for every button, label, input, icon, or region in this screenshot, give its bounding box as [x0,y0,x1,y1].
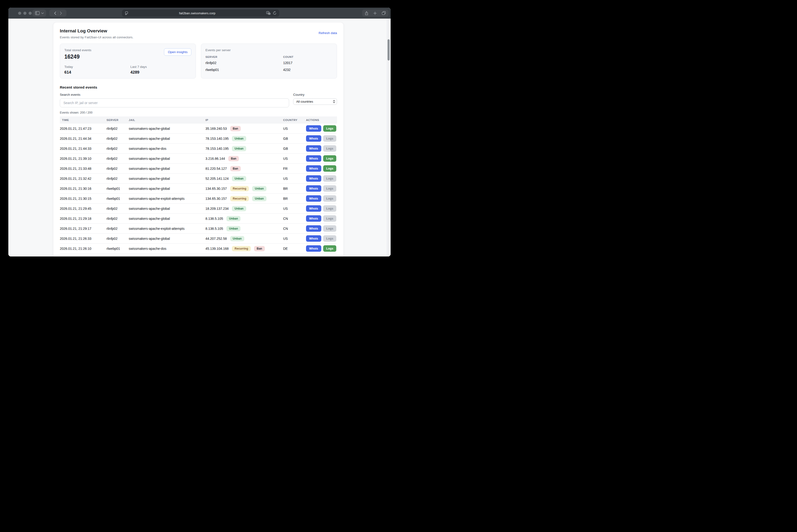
event-ip-cell: 35.169.240.53Ban [205,124,283,134]
page-header: Internal Log Overview Events stored by F… [60,28,337,39]
table-row: 2026.01.21, 21:39:10rlinfp02swissmakers-… [60,154,337,164]
logs-button[interactable]: Logs [323,185,337,192]
ip-address: 3.216.86.144 [205,157,225,160]
event-jail: swissmakers-apache-global [129,204,205,214]
table-row: 2026.01.21, 21:29:45rlinfp02swissmakers-… [60,204,337,214]
whois-button[interactable]: Whois [306,145,321,152]
whois-button[interactable]: Whois [306,225,321,232]
logs-button[interactable]: Logs [323,205,337,212]
status-badge: Unban [252,186,266,191]
zoom-window-button[interactable] [29,12,32,15]
logs-button[interactable]: Logs [323,155,337,162]
minimize-window-button[interactable] [23,12,26,15]
whois-button[interactable]: Whois [306,135,321,142]
page-format-icon[interactable] [125,12,128,15]
logs-button[interactable]: Logs [323,225,337,232]
new-tab-icon[interactable] [373,12,377,15]
logs-button[interactable]: Logs [323,215,337,222]
whois-button[interactable]: Whois [306,245,321,252]
ip-address: 44.207.252.58 [205,237,227,241]
scrollbar-track[interactable] [386,19,391,256]
event-actions: WhoisLogs [306,154,337,164]
event-time: 2026.01.21, 21:47:23 [60,124,107,134]
status-badge: Ban [254,246,265,251]
whois-button[interactable]: Whois [306,235,321,242]
event-time: 2026.01.21, 21:29:45 [60,204,107,214]
close-window-button[interactable] [18,12,21,15]
whois-button[interactable]: Whois [306,185,321,192]
logs-button[interactable]: Logs [323,195,337,202]
event-actions: WhoisLogs [306,204,337,214]
refresh-data-link[interactable]: Refresh data [319,31,337,35]
logs-button[interactable]: Logs [323,245,337,252]
event-server: rlwebp01 [107,184,129,194]
events-table-body: 2026.01.21, 21:47:23rlinfp02swissmakers-… [60,124,337,254]
sidebar-toggle-icon[interactable] [35,11,40,15]
event-actions: WhoisLogs [306,174,337,184]
col-ip: IP [205,116,283,124]
event-actions: WhoisLogs [306,184,337,194]
status-badge: Recurring [232,246,251,251]
whois-button[interactable]: Whois [306,175,321,182]
status-badge: Unban [230,236,244,241]
status-badge: Unban [227,226,240,231]
ip-address: 45.139.104.168 [205,247,229,250]
whois-button[interactable]: Whois [306,215,321,222]
filter-row: Search events Country All countries [60,93,337,108]
share-icon[interactable] [365,11,368,15]
ip-address: 8.138.5.105 [205,227,223,230]
search-input[interactable] [60,98,289,108]
event-ip-cell: 8.138.5.105Unban [205,224,283,234]
ip-cell: 134.65.30.157RecurringUnban [205,186,283,191]
server-name: rlwebp01 [205,68,283,75]
logs-button[interactable]: Logs [323,235,337,242]
event-country: BR [283,194,306,204]
country-select[interactable]: All countries [293,98,337,105]
events-section-heading: Recent stored events [60,85,337,90]
logs-button[interactable]: Logs [323,175,337,182]
event-jail: swissmakers-apache-global [129,124,205,134]
today-value: 614 [65,70,130,75]
whois-button[interactable]: Whois [306,155,321,162]
tab-overview-icon[interactable] [382,11,386,15]
today-label: Today [65,65,130,69]
event-server: rlinfp02 [107,204,129,214]
per-server-col-server: SERVER [205,56,283,61]
event-jail: swissmakers-apache-global [129,174,205,184]
translate-icon[interactable]: A あ [266,11,271,15]
scrollbar-thumb[interactable] [387,39,390,60]
event-ip-cell: 78.153.140.195Unban [205,144,283,154]
browser-window: fail2ban.swissmakers.corp A あ [8,7,391,256]
event-server: rlinfp02 [107,224,129,234]
nav-controls [49,10,67,17]
table-row: 2026.01.21, 21:32:42rlinfp02swissmakers-… [60,174,337,184]
per-server-table: SERVER COUNT rlinfp0212017rlwebp014232 [205,56,332,75]
whois-button[interactable]: Whois [306,205,321,212]
reload-icon[interactable] [273,11,276,15]
logs-button[interactable]: Logs [323,135,337,142]
whois-button[interactable]: Whois [306,165,321,172]
ip-address: 18.209.137.234 [205,207,229,210]
open-insights-button[interactable]: Open insights [164,48,192,56]
svg-text:あ: あ [268,13,270,15]
ip-cell: 78.153.140.195Unban [205,146,283,151]
logs-button[interactable]: Logs [323,145,337,152]
event-server: rlinfp02 [107,174,129,184]
event-country: US [283,124,306,134]
chevron-down-icon[interactable] [41,12,44,14]
logs-button[interactable]: Logs [323,165,337,172]
country-select-value: All countries [296,100,313,103]
whois-button[interactable]: Whois [306,195,321,202]
ip-cell: 44.207.252.58Unban [205,236,283,241]
back-button[interactable] [54,12,56,15]
ip-address: 134.65.30.157 [205,187,227,191]
event-ip-cell: 81.220.54.127Ban [205,164,283,174]
forward-button[interactable] [60,12,62,15]
whois-button[interactable]: Whois [306,125,321,132]
address-bar[interactable]: fail2ban.swissmakers.corp A あ [122,10,279,17]
ip-cell: 35.169.240.53Ban [205,126,283,131]
event-time: 2026.01.21, 21:26:10 [60,244,107,254]
status-badge: Unban [227,216,240,221]
ip-cell: 78.153.140.195Unban [205,136,283,141]
logs-button[interactable]: Logs [323,125,337,132]
